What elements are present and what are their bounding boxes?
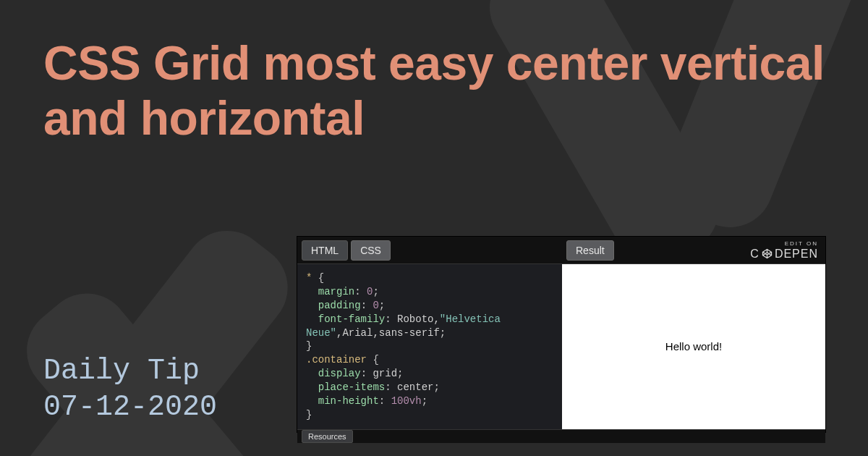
tab-html[interactable]: HTML bbox=[302, 240, 348, 261]
tab-result[interactable]: Result bbox=[566, 240, 614, 261]
daily-tip-label: Daily Tip bbox=[43, 353, 217, 389]
codepen-toolbar: HTML CSS Result EDIT ON C DEPEN bbox=[297, 237, 825, 264]
daily-tip-date: 07-12-2020 bbox=[43, 389, 217, 426]
daily-tip: Daily Tip 07-12-2020 bbox=[43, 353, 217, 426]
codepen-embed: HTML CSS Result EDIT ON C DEPEN * { bbox=[297, 236, 826, 433]
codepen-footer: Resources bbox=[297, 429, 825, 443]
codepen-brand[interactable]: EDIT ON C DEPEN bbox=[743, 237, 825, 263]
code-panel-css[interactable]: * { margin: 0; padding: 0; font-family: … bbox=[297, 264, 562, 429]
result-text: Hello world! bbox=[665, 340, 722, 352]
page-title: CSS Grid most easy center vertical and h… bbox=[43, 36, 825, 146]
result-panel: Hello world! bbox=[562, 264, 825, 429]
edit-on-label: EDIT ON bbox=[785, 241, 818, 247]
codepen-logo-icon bbox=[762, 248, 773, 259]
resources-button[interactable]: Resources bbox=[302, 430, 353, 443]
codepen-logo-text-a: C bbox=[750, 248, 760, 260]
codepen-logo-text-b: DEPEN bbox=[775, 248, 818, 260]
tab-css[interactable]: CSS bbox=[351, 240, 391, 261]
